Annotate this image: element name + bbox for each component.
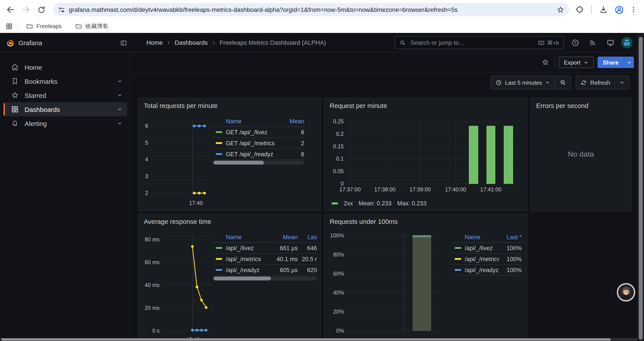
svg-text:17:40:00: 17:40:00 xyxy=(445,186,466,192)
search-input[interactable] xyxy=(410,39,534,47)
legend-row[interactable]: GET /api/_/livez6 xyxy=(212,127,304,138)
bookmark-folder-blogs[interactable]: 收藏博客 xyxy=(72,21,112,31)
breadcrumb-item[interactable]: Dashboards xyxy=(175,39,208,46)
export-button[interactable]: Export xyxy=(559,57,594,68)
bookmark-label: Freeleaps xyxy=(36,23,62,30)
no-data-message: No data xyxy=(531,98,631,211)
dock-menu-icon[interactable] xyxy=(118,38,129,48)
bookmark-star-icon[interactable] xyxy=(556,6,565,14)
chevron-down-icon xyxy=(116,120,123,126)
panel-total-requests-per-minute[interactable]: Total requests per minute 6543217:40 Nam… xyxy=(138,98,321,211)
kiosk-monitor-icon[interactable] xyxy=(605,37,616,48)
panel-errors-per-second[interactable]: Errors per second No data xyxy=(530,98,631,211)
sidebar-item-alerting[interactable]: Alerting xyxy=(4,116,127,130)
folder-icon xyxy=(26,22,33,30)
legend-value: 6 xyxy=(284,151,304,157)
search-shortcut: ⌘+k xyxy=(538,39,559,46)
grafana-brand[interactable]: Grafana xyxy=(0,33,131,52)
legend-scrollbar-thumb[interactable] xyxy=(214,276,271,280)
apps-grid-icon[interactable] xyxy=(5,22,13,30)
legend-row[interactable]: /api/_/readyz605 µs620 xyxy=(212,265,317,276)
sidebar-item-dashboards[interactable]: Dashboards xyxy=(4,102,127,116)
series-color-dash xyxy=(454,247,461,249)
legend-row[interactable]: /api/_/metrics40.1 ms20.5 r xyxy=(212,254,317,265)
time-range-picker[interactable]: Last 5 minutes xyxy=(491,76,555,89)
svg-text:0.2: 0.2 xyxy=(336,131,344,137)
legend-row[interactable]: /api/_/metrics100% xyxy=(452,254,522,265)
svg-text:100%: 100% xyxy=(330,232,344,238)
series-max: Max: 0.233 xyxy=(397,200,426,207)
series-color-dash xyxy=(332,203,338,204)
series-name: /api/_/metrics xyxy=(226,256,261,262)
bookmark-folder-freeleaps[interactable]: Freeleaps xyxy=(22,21,65,31)
legend-scrollbar[interactable] xyxy=(212,161,304,165)
back-icon[interactable] xyxy=(4,3,17,16)
sidebar-item-home[interactable]: Home xyxy=(4,60,127,74)
user-avatar[interactable] xyxy=(621,37,632,48)
legend-value: 100% xyxy=(499,267,522,273)
download-icon[interactable] xyxy=(597,3,610,16)
keyboard-icon xyxy=(538,39,545,46)
panel-requests-under-100ms[interactable]: Requests under 100ms 100%80%60%40%20%0%1… xyxy=(324,214,528,341)
vertical-scrollbar[interactable] xyxy=(638,33,644,341)
series-legend[interactable]: 2xx Mean: 0.233 Max: 0.233 xyxy=(332,200,426,207)
profile-icon[interactable] xyxy=(612,3,626,16)
panel-request-per-minute[interactable]: Request per minute 0.250.20.150.10.05017… xyxy=(324,98,528,211)
share-split-button: Share xyxy=(598,57,634,68)
panel-average-response-time[interactable]: Average response time 80 ms60 ms40 ms20 … xyxy=(138,214,321,341)
breadcrumb-item[interactable]: Home xyxy=(146,39,163,46)
time-controls-row: Last 5 minutes Refresh xyxy=(131,72,638,94)
bookmarks-divider xyxy=(18,23,18,30)
news-rss-icon[interactable] xyxy=(588,37,598,48)
sidebar: HomeBookmarksStarredDashboardsAlerting xyxy=(0,52,131,341)
svg-text:17:41:00: 17:41:00 xyxy=(480,186,501,192)
refresh-button[interactable]: Refresh xyxy=(576,76,615,89)
site-settings-icon[interactable] xyxy=(58,6,65,14)
reload-icon[interactable] xyxy=(35,3,48,16)
series-color-dash xyxy=(216,142,222,144)
series-color-dash xyxy=(216,258,222,260)
extensions-icon[interactable] xyxy=(573,3,586,16)
refresh-interval-button[interactable] xyxy=(615,76,629,89)
legend-row[interactable]: /api/_/readyz100% xyxy=(452,265,522,276)
share-button[interactable]: Share xyxy=(598,57,624,68)
legend-row[interactable]: GET /api/_/readyz6 xyxy=(212,149,304,160)
svg-text:5: 5 xyxy=(145,140,148,146)
scrollbar-thumb[interactable] xyxy=(1,338,611,340)
legend-header: NameLast * xyxy=(452,232,522,243)
browser-menu-icon[interactable] xyxy=(627,3,640,16)
chevron-down-icon xyxy=(583,60,589,65)
legend-scrollbar-thumb[interactable] xyxy=(214,161,264,165)
svg-text:2: 2 xyxy=(145,190,148,196)
svg-text:17:37:00: 17:37:00 xyxy=(339,186,360,192)
search-box[interactable]: ⌘+k xyxy=(394,36,564,49)
horizontal-scrollbar[interactable] xyxy=(0,338,638,341)
refresh-group: Refresh xyxy=(576,76,630,90)
share-menu-button[interactable] xyxy=(624,57,634,68)
series-color-dash xyxy=(454,258,461,260)
actions-divider xyxy=(555,58,555,67)
chevron-down-icon xyxy=(116,106,123,112)
svg-text:40 ms: 40 ms xyxy=(145,282,160,288)
favorite-star-icon[interactable] xyxy=(540,57,551,68)
series-name: GET /api/_/livez xyxy=(226,129,268,135)
zoom-out-button[interactable] xyxy=(555,76,571,89)
chevron-down-icon xyxy=(116,92,123,98)
sidebar-item-bookmarks[interactable]: Bookmarks xyxy=(4,74,127,88)
legend-row[interactable]: /api/_/livez100% xyxy=(452,243,522,254)
legend-row[interactable]: GET /api/_/metrics2 xyxy=(212,138,304,149)
series-mean: Mean: 0.233 xyxy=(358,200,392,207)
url-bar[interactable]: grafana.mathmast.com/d/deytv4rwavabkb/fr… xyxy=(54,3,569,16)
svg-text:17:38:00: 17:38:00 xyxy=(374,186,396,192)
sidebar-item-starred[interactable]: Starred xyxy=(4,88,127,102)
legend-table: NameLast */api/_/livez100%/api/_/metrics… xyxy=(452,232,524,276)
scrollbar-thumb[interactable] xyxy=(639,37,643,340)
bookmark-label: 收藏博客 xyxy=(86,22,108,30)
forward-icon[interactable] xyxy=(19,3,32,16)
legend-row[interactable]: /api/_/livez661 µs646 xyxy=(212,243,317,254)
legend-scrollbar[interactable] xyxy=(212,276,317,280)
refresh-icon xyxy=(581,79,587,86)
chevron-right-icon xyxy=(211,40,216,45)
assistant-avatar[interactable] xyxy=(617,283,635,301)
help-icon[interactable]: ? xyxy=(570,37,580,48)
